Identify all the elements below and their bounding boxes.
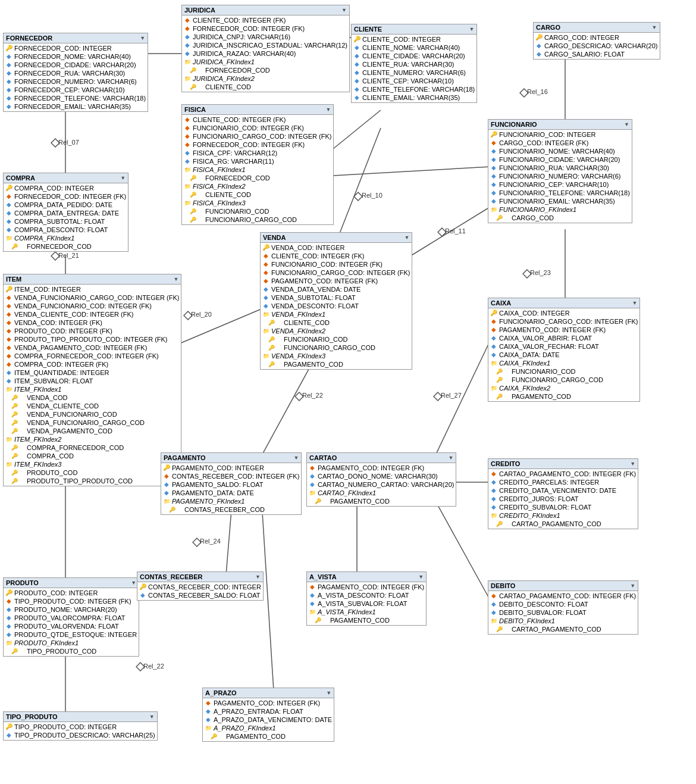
field-row: 🔑PAGAMENTO_COD: [261, 360, 412, 368]
dropdown-arrow[interactable]: ▼: [469, 26, 474, 32]
table-header-fornecedor[interactable]: FORNECEDOR▼: [4, 33, 148, 43]
table-body-credito: ◆CARTAO_PAGAMENTO_COD: INTEGER (FK)◆CRED…: [488, 469, 638, 529]
dropdown-arrow[interactable]: ▼: [449, 455, 454, 461]
table-body-cliente: 🔑CLIENTE_COD: INTEGER◆CLIENTE_NOME: VARC…: [352, 35, 476, 102]
dropdown-arrow[interactable]: ▼: [131, 580, 136, 586]
field-row: ◆DEBITO_SUBVALOR: FLOAT: [488, 608, 638, 617]
table-header-caixa[interactable]: CAIXA▼: [488, 298, 639, 308]
sub-icon: 🔑: [11, 648, 18, 655]
field-text: FUNCIONARIO_COD: INTEGER (FK): [193, 124, 304, 132]
fk-icon: ◆: [309, 464, 316, 471]
fk-icon: ◆: [262, 269, 269, 276]
field-row: ◆CREDITO_JUROS: FLOAT: [488, 495, 638, 503]
table-fornecedor: FORNECEDOR▼🔑FORNECEDOR_COD: INTEGER◆FORN…: [3, 33, 148, 112]
field-row: ◆FISICA_CPF: VARCHAR(12): [182, 149, 333, 157]
field-text: FUNCIONARIO_COD: INTEGER: [499, 130, 596, 139]
table-header-credito[interactable]: CREDITO▼: [488, 459, 638, 469]
field-text: CLIENTE_COD: [198, 83, 251, 91]
fk-icon: ◆: [184, 116, 191, 123]
dropdown-arrow[interactable]: ▼: [293, 455, 299, 461]
field-row: ◆FUNCIONARIO_CIDADE: VARCHAR(20): [488, 155, 632, 164]
table-header-pagamento[interactable]: PAGAMENTO▼: [161, 453, 301, 463]
field-text: FORNECEDOR_CEP: VARCHAR(10): [14, 86, 125, 94]
table-header-venda[interactable]: VENDA▼: [261, 233, 412, 243]
dropdown-arrow[interactable]: ▼: [326, 690, 331, 696]
dropdown-arrow[interactable]: ▼: [140, 35, 145, 41]
field-text: CARTAO_PAGAMENTO_COD: INTEGER (FK): [499, 592, 636, 600]
field-row: ◆FORNECEDOR_COD: INTEGER (FK): [4, 192, 128, 201]
dropdown-arrow[interactable]: ▼: [326, 107, 331, 113]
table-header-cartao[interactable]: CARTAO▼: [307, 453, 456, 463]
field-row: ◆PAGAMENTO_COD: INTEGER (FK): [307, 583, 426, 591]
table-header-cliente[interactable]: CLIENTE▼: [352, 24, 476, 35]
dropdown-arrow[interactable]: ▼: [630, 461, 635, 467]
table-header-tipo_produto[interactable]: TIPO_PRODUTO▼: [4, 712, 157, 722]
field-icon: ◆: [490, 343, 497, 350]
field-row: 🔑VENDA_COD: INTEGER: [261, 243, 412, 252]
dropdown-arrow[interactable]: ▼: [174, 276, 179, 282]
table-header-contas_receber[interactable]: CONTAS_RECEBER▼: [137, 572, 263, 582]
table-header-compra[interactable]: COMPRA▼: [4, 173, 128, 183]
dropdown-arrow[interactable]: ▼: [341, 7, 347, 13]
table-header-debito[interactable]: DEBITO▼: [488, 581, 638, 591]
field-icon: ◆: [353, 94, 360, 101]
dropdown-arrow[interactable]: ▼: [149, 714, 155, 720]
field-row: ◆CAIXA_DATA: DATE: [488, 351, 639, 359]
fk-icon: ◆: [5, 361, 12, 368]
dropdown-arrow[interactable]: ▼: [632, 300, 638, 306]
dropdown-arrow[interactable]: ▼: [418, 574, 424, 580]
rel21-label-top: Rel_21: [58, 252, 79, 259]
fk-icon: ◆: [5, 294, 12, 301]
field-row: 📁CARTAO_FKIndex1: [307, 489, 456, 497]
sub-icon: 🔑: [496, 376, 503, 383]
field-text: VENDA_PAGAMENTO_COD: INTEGER (FK): [14, 343, 147, 352]
table-venda: VENDA▼🔑VENDA_COD: INTEGER◆CLIENTE_COD: I…: [260, 232, 412, 370]
field-row: 📁ITEM_FKIndex3: [4, 460, 181, 468]
field-row: 🔑CLIENTE_COD: INTEGER: [352, 35, 476, 43]
field-row: 📁CAIXA_FKIndex1: [488, 359, 639, 367]
table-item: ITEM▼🔑ITEM_COD: INTEGER◆VENDA_FUNCIONARI…: [3, 274, 181, 486]
table-header-item[interactable]: ITEM▼: [4, 274, 181, 285]
rel23-label: Rel_23: [530, 269, 551, 276]
dropdown-arrow[interactable]: ▼: [652, 24, 657, 30]
table-header-fisica[interactable]: FISICA▼: [182, 105, 333, 115]
field-row: ◆PAGAMENTO_COD: INTEGER (FK): [203, 699, 334, 707]
field-row: ◆FUNCIONARIO_TELEFONE: VARCHAR(18): [488, 189, 632, 197]
rel22-label: Rel_22: [302, 392, 323, 399]
field-text: FORNECEDOR_COD: INTEGER (FK): [14, 192, 126, 201]
field-text: CLIENTE_NOME: VARCHAR(40): [362, 43, 460, 52]
field-row: ◆COMPRA_DATA_ENTREGA: DATE: [4, 209, 128, 217]
dropdown-arrow[interactable]: ▼: [405, 235, 410, 240]
field-row: ◆VENDA_DESCONTO: FLOAT: [261, 302, 412, 310]
field-text: CLIENTE_TELEFONE: VARCHAR(18): [362, 85, 475, 93]
table-header-produto[interactable]: PRODUTO▼: [4, 578, 139, 588]
field-text: CARTAO_PAGAMENTO_COD: [504, 520, 601, 528]
field-row: ◆JURIDICA_CNPJ: VARCHAR(16): [182, 33, 349, 41]
field-text: ITEM_SUBVALOR: FLOAT: [14, 377, 93, 385]
field-row: 🔑VENDA_COD: [4, 393, 181, 402]
dropdown-arrow[interactable]: ▼: [630, 583, 635, 589]
field-text: COMPRA_COD: [20, 452, 74, 460]
fk-icon: ◆: [184, 133, 191, 140]
rel07-label: Rel_07: [58, 139, 79, 146]
field-text: ITEM_QUANTIDADE: INTEGER: [14, 368, 109, 377]
table-header-cargo[interactable]: CARGO▼: [534, 23, 660, 33]
field-icon: ◆: [490, 148, 497, 155]
table-header-funcionario[interactable]: FUNCIONARIO▼: [488, 120, 632, 130]
field-row: 🔑CARTAO_PAGAMENTO_COD: [488, 520, 638, 528]
field-text: CLIENTE_EMAIL: VARCHAR(35): [362, 93, 460, 102]
table-header-a_vista[interactable]: A_VISTA▼: [307, 572, 426, 582]
field-text: VENDA_FKIndex1: [271, 310, 325, 318]
table-header-juridica[interactable]: JURIDICA▼: [182, 5, 349, 15]
field-text: CLIENTE_COD: [198, 190, 251, 199]
table-title-tipo_produto: TIPO_PRODUTO: [6, 713, 58, 720]
field-icon: ◆: [5, 70, 12, 77]
table-header-a_prazo[interactable]: A_PRAZO▼: [203, 688, 334, 698]
table-body-cargo: 🔑CARGO_COD: INTEGER◆CARGO_DESCRICAO: VAR…: [534, 33, 660, 59]
dropdown-arrow[interactable]: ▼: [255, 574, 261, 580]
dropdown-arrow[interactable]: ▼: [120, 175, 126, 181]
table-title-caixa: CAIXA: [491, 299, 511, 307]
table-title-funcionario: FUNCIONARIO: [491, 121, 537, 128]
field-text: FORNECEDOR_COD: [198, 174, 270, 182]
dropdown-arrow[interactable]: ▼: [624, 121, 629, 127]
